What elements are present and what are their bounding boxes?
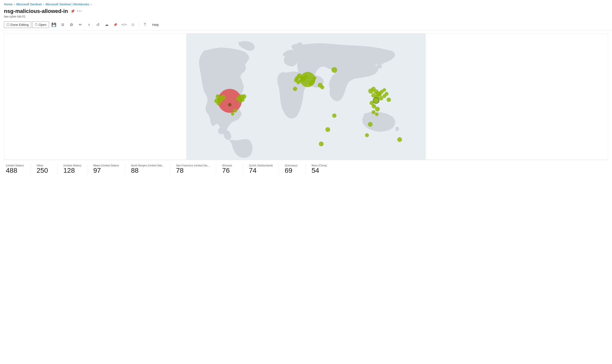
- done-editing-icon: ☐: [7, 23, 10, 26]
- stat-zurich: Zurich (Switzerland) 74: [243, 164, 279, 174]
- svg-point-40: [373, 97, 379, 104]
- svg-point-7: [216, 102, 220, 105]
- emoji-button[interactable]: ☺: [129, 21, 137, 28]
- svg-point-51: [365, 133, 369, 137]
- open-button[interactable]: ☐ Open: [32, 21, 49, 28]
- cloud-button[interactable]: ☁: [103, 21, 110, 28]
- stat-wuxi: Wuxi (China) 54: [306, 164, 333, 174]
- page-title: nsg-malicious-allowed-in: [4, 8, 68, 14]
- question-icon: ?: [144, 22, 146, 27]
- toolbar-separator: [139, 22, 139, 27]
- svg-point-53: [332, 114, 336, 118]
- svg-point-55: [397, 137, 402, 142]
- refresh-button[interactable]: ↺: [94, 21, 102, 28]
- refresh-icon: ↺: [96, 22, 99, 27]
- svg-point-47: [372, 110, 375, 114]
- svg-point-49: [386, 97, 391, 102]
- svg-point-43: [385, 92, 388, 96]
- pencil-icon: ✏: [79, 22, 82, 27]
- svg-point-4: [220, 95, 225, 100]
- svg-point-30: [331, 67, 337, 73]
- chevron-down-icon: ∨: [88, 23, 90, 26]
- pin-toolbar-icon: 📌: [113, 23, 117, 26]
- emoji-icon: ☺: [131, 22, 135, 27]
- save-button[interactable]: 💾: [50, 21, 58, 28]
- stat-north-bergen: North Bergen (United Stat... 88: [125, 164, 170, 174]
- edit-button[interactable]: ✏: [76, 21, 84, 28]
- world-map-container: [4, 33, 608, 160]
- svg-point-21: [296, 80, 300, 84]
- breadcrumb-sentinel[interactable]: Microsoft Sentinel: [16, 2, 41, 6]
- breadcrumb: Home › Microsoft Sentinel › Microsoft Se…: [0, 0, 612, 7]
- stat-san-francisco: San Francisco (United Stat... 78: [170, 164, 216, 174]
- pin-toolbar-button[interactable]: 📌: [111, 21, 119, 28]
- open-icon: ☐: [35, 23, 38, 26]
- stats-row: (United States) 488 Other 250 (United St…: [4, 160, 608, 176]
- stat-united-states-1: (United States) 488: [4, 164, 31, 174]
- svg-point-39: [383, 88, 386, 91]
- breadcrumb-workbooks[interactable]: Microsoft Sentinel | Workbooks: [46, 2, 89, 6]
- pin-icon[interactable]: 📌: [70, 9, 75, 13]
- help-button[interactable]: Help: [150, 22, 161, 28]
- svg-point-5: [215, 94, 220, 99]
- svg-point-52: [325, 127, 330, 132]
- stat-united-states-2: (United States) 128: [57, 164, 87, 174]
- done-editing-button[interactable]: ☐ Done Editing: [4, 21, 31, 28]
- copy-button[interactable]: ⧉: [59, 21, 67, 28]
- svg-point-50: [368, 122, 373, 127]
- svg-point-46: [375, 107, 380, 112]
- stat-germany: (Germany) 69: [279, 164, 306, 174]
- copy-icon: ⧉: [61, 22, 64, 27]
- code-button[interactable]: </>: [120, 21, 128, 28]
- svg-point-2: [228, 103, 231, 106]
- svg-point-13: [233, 109, 237, 113]
- more-icon[interactable]: ···: [77, 9, 82, 14]
- help-icon-button[interactable]: ?: [141, 21, 149, 28]
- breadcrumb-home[interactable]: Home: [4, 2, 13, 6]
- subtitle: law-cyber-lab-01: [4, 15, 608, 18]
- svg-point-14: [231, 112, 234, 116]
- stat-miami: Miami (United States) 97: [87, 164, 125, 174]
- svg-point-48: [375, 113, 378, 116]
- cloud-icon: ☁: [105, 22, 108, 27]
- dropdown-button[interactable]: ∨: [85, 21, 93, 28]
- svg-point-26: [313, 76, 317, 80]
- stat-other: Other 250: [31, 164, 57, 174]
- svg-point-29: [320, 85, 324, 89]
- settings-button[interactable]: ⚙: [67, 21, 75, 28]
- svg-point-54: [319, 142, 324, 146]
- stat-russia: (Russia) 76: [216, 164, 243, 174]
- svg-point-12: [236, 97, 240, 100]
- gear-icon: ⚙: [70, 22, 73, 27]
- save-icon: 💾: [52, 22, 56, 27]
- svg-point-27: [293, 87, 297, 91]
- code-icon: </>: [121, 23, 127, 26]
